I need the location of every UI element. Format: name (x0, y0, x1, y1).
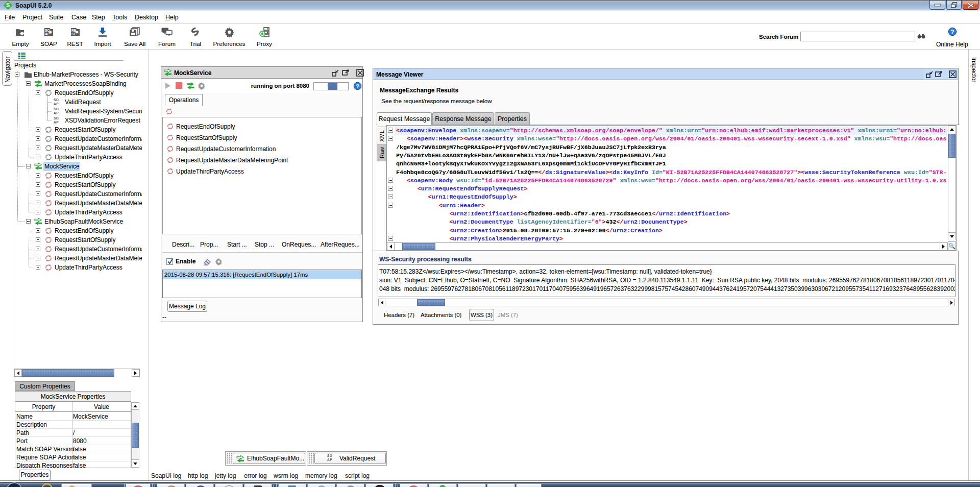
svg-text:?: ? (356, 83, 359, 89)
svg-text:?: ? (950, 29, 954, 36)
svg-text:AP: AP (45, 32, 50, 36)
svg-text:RE: RE (71, 29, 77, 32)
svg-text:ST: ST (71, 32, 76, 36)
svg-text:SO: SO (45, 29, 50, 32)
